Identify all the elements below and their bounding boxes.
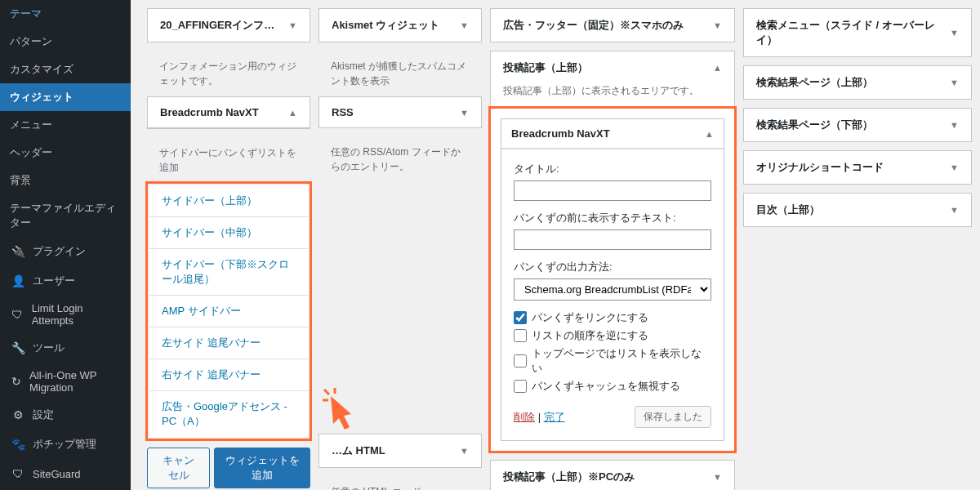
nested-widget-breadcrumb: Breadcrumb NavXT▲ タイトル: パンくずの前に表示するテキスト:… [501,118,724,441]
sidebar-item-14[interactable]: 🐾ポチップ管理 [0,430,131,459]
checkbox-2[interactable] [514,354,527,368]
sidebar-area-dropdown: サイドバー（上部）サイドバー（中部）サイドバー（下部※スクロール追尾）AMP サ… [149,185,308,437]
area-label: 広告・フッター（固定）※スマホのみ [503,18,684,33]
cancel-button[interactable]: キャンセル [147,448,210,488]
sidebar-item-6[interactable]: 背景 [0,167,131,194]
admin-sidebar: テーマパターンカスタマイズウィジェットメニューヘッダー背景テーマファイルエディタ… [0,0,131,490]
sidebar-item-label: カスタマイズ [10,62,74,77]
area-right-4[interactable]: 目次（上部）▼ [743,193,972,227]
widget-settings-highlight: Breadcrumb NavXT▲ タイトル: パンくずの前に表示するテキスト:… [488,106,737,453]
sidebar-item-3[interactable]: ウィジェット [0,83,131,111]
area-right-0[interactable]: 検索メニュー（スライド / オーバーレイ）▼ [743,8,972,57]
dropdown-highlight: サイドバー（上部）サイドバー（中部）サイドバー（下部※スクロール追尾）AMP サ… [145,181,312,441]
chevron-down-icon: ▼ [460,108,469,118]
dropdown-item-2[interactable]: サイドバー（下部※スクロール追尾） [149,248,308,295]
sidebar-item-label: 設定 [33,408,54,422]
area-right-2[interactable]: 検索結果ページ（下部）▼ [743,108,972,142]
sidebar-item-7[interactable]: テーマファイルエディター [0,194,131,237]
check-row-0: パンくずをリンクにする [514,310,711,325]
add-widget-button[interactable]: ウィジェットを追加 [214,448,310,488]
dropdown-item-3[interactable]: AMP サイドバー [149,295,308,327]
sidebar-item-1[interactable]: パターン [0,28,131,56]
sidebar-item-label: ポチップ管理 [33,437,96,452]
widget-desc: 任意の RSS/Atom フィードからのエントリー。 [318,136,482,182]
sidebar-item-label: テーマファイルエディター [10,201,121,230]
sidebar-item-0[interactable]: テーマ [0,0,131,28]
chevron-down-icon: ▼ [460,20,469,30]
sidebar-item-label: ヘッダー [10,145,52,160]
menu-icon: 🛡 [10,306,25,323]
sidebar-item-10[interactable]: 🛡Limit Login Attempts [0,296,131,333]
menu-icon: 🛡 [10,466,26,482]
output-select[interactable]: Schema.org BreadcrumbList (RDFa) [514,278,711,301]
saved-button[interactable]: 保存しました [635,406,711,428]
nested-widget-title: Breadcrumb NavXT [511,127,610,140]
sidebar-item-12[interactable]: ↻All-in-One WP Migration [0,363,131,400]
chevron-down-icon: ▼ [460,446,469,456]
area-desc: 投稿記事（上部）に表示されるエリアです。 [491,84,734,106]
menu-icon: 🔧 [10,340,26,356]
area-right-3[interactable]: オリジナルショートコード▼ [743,150,972,185]
sidebar-item-9[interactable]: 👤ユーザー [0,266,131,296]
sidebar-item-2[interactable]: カスタマイズ [0,56,131,83]
checkbox-1[interactable] [514,329,527,342]
main-content: 20_AFFINGERインフ…▼ インフォメーション用のウィジェットです。 Br… [131,0,980,490]
widget-rss[interactable]: RSS▼ [318,96,482,128]
title-input[interactable] [514,180,711,201]
sidebar-item-label: Limit Login Attempts [32,302,121,327]
area-post-top-pc[interactable]: 投稿記事（上部）※PCのみ▼ [490,460,735,490]
checkbox-label: リストの順序を逆にする [532,328,648,343]
chevron-down-icon: ▼ [950,205,959,215]
checkbox-0[interactable] [514,311,527,324]
sidebar-item-4[interactable]: メニュー [0,111,131,139]
area-ad-footer[interactable]: 広告・フッター（固定）※スマホのみ▼ [490,8,735,42]
area-label: 検索メニュー（スライド / オーバーレイ） [756,18,950,47]
sidebar-item-label: プラグイン [33,244,86,259]
sidebar-item-label: All-in-One WP Migration [29,369,121,394]
chevron-down-icon: ▼ [950,78,959,87]
menu-icon: 🔌 [10,243,26,260]
chevron-down-icon: ▼ [950,120,959,130]
widget-title: Akismet ウィジェット [332,18,439,33]
delete-link[interactable]: 削除 [514,410,535,425]
sidebar-item-label: ユーザー [33,274,75,288]
checkbox-label: トップページではリストを表示しない [532,346,711,376]
sidebar-item-label: SiteGuard [33,468,81,480]
area-right-1[interactable]: 検索結果ページ（上部）▼ [743,65,972,100]
dropdown-item-4[interactable]: 左サイド 追尾バナー [149,327,308,359]
widget-title: Breadcrumb NavXT [160,106,259,118]
sidebar-item-5[interactable]: ヘッダー [0,139,131,167]
sidebar-item-label: メニュー [10,118,52,132]
widget-affinger[interactable]: 20_AFFINGERインフ…▼ [147,8,310,42]
dropdown-item-1[interactable]: サイドバー（中部） [149,216,308,248]
sidebar-item-label: パターン [10,34,52,49]
area-label: オリジナルショートコード [756,160,884,175]
widget-title: RSS [332,106,354,118]
sidebar-item-15[interactable]: 🛡SiteGuard [0,459,131,488]
widget-desc: インフォメーション用のウィジェットです。 [147,51,310,96]
area-label: 投稿記事（上部） [503,60,588,75]
sidebar-item-11[interactable]: 🔧ツール [0,333,131,363]
widget-desc: サイドバーにパンくずリストを追加 [147,137,310,183]
dropdown-item-5[interactable]: 右サイド 追尾バナー [149,359,308,390]
sidebar-item-label: ウィジェット [10,90,74,105]
widget-title: 20_AFFINGERインフ… [160,18,274,33]
dropdown-item-0[interactable]: サイドバー（上部） [149,185,308,216]
area-label: 目次（上部） [756,203,820,217]
area-post-top: 投稿記事（上部）▲ 投稿記事（上部）に表示されるエリアです。 Breadcrum… [490,51,735,452]
pretext-input[interactable] [514,229,711,250]
sidebar-item-label: 背景 [10,173,31,188]
pretext-label: パンくずの前に表示するテキスト: [514,211,711,225]
chevron-up-icon: ▲ [288,108,297,118]
done-link[interactable]: 完了 [544,410,565,425]
widget-title: …ム HTML [332,443,385,458]
checkbox-3[interactable] [514,380,527,393]
widget-akismet[interactable]: Akismet ウィジェット▼ [318,8,482,42]
output-label: パンくずの出力方法: [514,260,711,274]
area-label: 検索結果ページ（下部） [756,118,873,132]
widget-breadcrumb-navxt[interactable]: Breadcrumb NavXT▲ [147,96,310,129]
chevron-down-icon: ▼ [713,20,722,30]
sidebar-item-8[interactable]: 🔌プラグイン [0,237,131,266]
dropdown-item-6[interactable]: 広告・Googleアドセンス - PC（A） [149,390,308,437]
sidebar-item-13[interactable]: ⚙設定 [0,400,131,430]
